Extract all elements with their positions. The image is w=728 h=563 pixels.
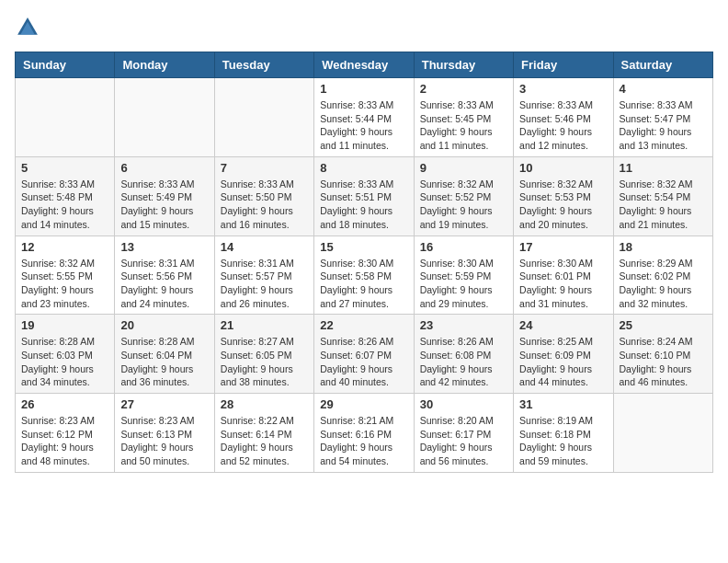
calendar-cell: 16Sunrise: 8:30 AM Sunset: 5:59 PM Dayli… (414, 236, 513, 315)
calendar-cell: 20Sunrise: 8:28 AM Sunset: 6:04 PM Dayli… (115, 315, 214, 394)
cell-sun-info: Sunrise: 8:33 AM Sunset: 5:49 PM Dayligh… (120, 178, 208, 232)
day-number: 29 (320, 397, 407, 411)
calendar-cell: 29Sunrise: 8:21 AM Sunset: 6:16 PM Dayli… (314, 394, 414, 473)
calendar-cell: 24Sunrise: 8:25 AM Sunset: 6:09 PM Dayli… (514, 315, 613, 394)
day-number: 23 (420, 318, 507, 332)
calendar-cell: 26Sunrise: 8:23 AM Sunset: 6:12 PM Dayli… (16, 394, 115, 473)
days-header-row: SundayMondayTuesdayWednesdayThursdayFrid… (16, 52, 713, 78)
logo-icon (15, 15, 40, 40)
calendar-cell: 28Sunrise: 8:22 AM Sunset: 6:14 PM Dayli… (214, 394, 313, 473)
cell-sun-info: Sunrise: 8:33 AM Sunset: 5:46 PM Dayligh… (519, 98, 607, 153)
day-number: 3 (519, 82, 607, 96)
day-number: 24 (519, 318, 607, 332)
calendar-cell (214, 78, 313, 157)
calendar-cell: 22Sunrise: 8:26 AM Sunset: 6:07 PM Dayli… (314, 315, 414, 394)
cell-sun-info: Sunrise: 8:23 AM Sunset: 6:13 PM Dayligh… (120, 414, 208, 468)
calendar-cell: 4Sunrise: 8:33 AM Sunset: 5:47 PM Daylig… (613, 78, 712, 157)
calendar-cell: 13Sunrise: 8:31 AM Sunset: 5:56 PM Dayli… (115, 236, 214, 315)
calendar-cell: 7Sunrise: 8:33 AM Sunset: 5:50 PM Daylig… (214, 156, 313, 236)
day-number: 16 (420, 240, 507, 254)
cell-sun-info: Sunrise: 8:26 AM Sunset: 6:08 PM Dayligh… (420, 335, 507, 389)
calendar-cell: 10Sunrise: 8:32 AM Sunset: 5:53 PM Dayli… (514, 156, 613, 236)
day-number: 20 (120, 318, 208, 332)
day-number: 28 (221, 397, 308, 411)
day-header-thursday: Thursday (414, 52, 513, 78)
calendar-cell: 17Sunrise: 8:30 AM Sunset: 6:01 PM Dayli… (514, 236, 613, 315)
day-number: 9 (420, 161, 507, 175)
cell-sun-info: Sunrise: 8:20 AM Sunset: 6:17 PM Dayligh… (420, 414, 507, 468)
cell-sun-info: Sunrise: 8:31 AM Sunset: 5:56 PM Dayligh… (120, 257, 208, 311)
day-number: 26 (21, 397, 108, 411)
cell-sun-info: Sunrise: 8:30 AM Sunset: 5:59 PM Dayligh… (420, 257, 507, 311)
day-header-wednesday: Wednesday (314, 52, 414, 78)
cell-sun-info: Sunrise: 8:33 AM Sunset: 5:44 PM Dayligh… (320, 98, 407, 153)
cell-sun-info: Sunrise: 8:19 AM Sunset: 6:18 PM Dayligh… (519, 414, 607, 468)
calendar-cell: 15Sunrise: 8:30 AM Sunset: 5:58 PM Dayli… (314, 236, 414, 315)
cell-sun-info: Sunrise: 8:29 AM Sunset: 6:02 PM Dayligh… (620, 257, 707, 311)
calendar-cell: 2Sunrise: 8:33 AM Sunset: 5:45 PM Daylig… (414, 78, 513, 157)
calendar-cell: 12Sunrise: 8:32 AM Sunset: 5:55 PM Dayli… (16, 236, 115, 315)
day-number: 21 (221, 318, 308, 332)
day-number: 12 (21, 240, 108, 254)
calendar-cell: 31Sunrise: 8:19 AM Sunset: 6:18 PM Dayli… (514, 394, 613, 473)
day-number: 18 (620, 240, 707, 254)
cell-sun-info: Sunrise: 8:28 AM Sunset: 6:03 PM Dayligh… (21, 335, 108, 389)
calendar-cell: 1Sunrise: 8:33 AM Sunset: 5:44 PM Daylig… (314, 78, 414, 157)
day-number: 7 (221, 161, 308, 175)
day-number: 17 (519, 240, 607, 254)
day-header-friday: Friday (514, 52, 613, 78)
day-number: 30 (420, 397, 507, 411)
day-number: 31 (519, 397, 607, 411)
day-number: 5 (21, 161, 108, 175)
day-number: 11 (620, 161, 707, 175)
day-number: 8 (320, 161, 407, 175)
calendar-cell: 8Sunrise: 8:33 AM Sunset: 5:51 PM Daylig… (314, 156, 414, 236)
day-header-saturday: Saturday (613, 52, 712, 78)
cell-sun-info: Sunrise: 8:33 AM Sunset: 5:47 PM Dayligh… (620, 98, 707, 153)
calendar-cell: 18Sunrise: 8:29 AM Sunset: 6:02 PM Dayli… (613, 236, 712, 315)
day-number: 19 (21, 318, 108, 332)
cell-sun-info: Sunrise: 8:27 AM Sunset: 6:05 PM Dayligh… (221, 335, 308, 389)
calendar-cell: 21Sunrise: 8:27 AM Sunset: 6:05 PM Dayli… (214, 315, 313, 394)
day-header-sunday: Sunday (16, 52, 115, 78)
cell-sun-info: Sunrise: 8:24 AM Sunset: 6:10 PM Dayligh… (620, 335, 707, 389)
page-header (15, 15, 713, 40)
week-row-2: 5Sunrise: 8:33 AM Sunset: 5:48 PM Daylig… (16, 156, 713, 236)
calendar-cell: 23Sunrise: 8:26 AM Sunset: 6:08 PM Dayli… (414, 315, 513, 394)
day-number: 15 (320, 240, 407, 254)
day-number: 2 (420, 82, 507, 96)
day-number: 6 (120, 161, 208, 175)
week-row-4: 19Sunrise: 8:28 AM Sunset: 6:03 PM Dayli… (16, 315, 713, 394)
day-number: 4 (620, 82, 707, 96)
calendar-cell (613, 394, 712, 473)
day-header-tuesday: Tuesday (214, 52, 313, 78)
week-row-5: 26Sunrise: 8:23 AM Sunset: 6:12 PM Dayli… (16, 394, 713, 473)
calendar-cell: 6Sunrise: 8:33 AM Sunset: 5:49 PM Daylig… (115, 156, 214, 236)
cell-sun-info: Sunrise: 8:33 AM Sunset: 5:50 PM Dayligh… (221, 178, 308, 232)
cell-sun-info: Sunrise: 8:22 AM Sunset: 6:14 PM Dayligh… (221, 414, 308, 468)
calendar-cell: 30Sunrise: 8:20 AM Sunset: 6:17 PM Dayli… (414, 394, 513, 473)
calendar-table: SundayMondayTuesdayWednesdayThursdayFrid… (15, 52, 713, 473)
logo (15, 15, 44, 40)
calendar-cell (115, 78, 214, 157)
cell-sun-info: Sunrise: 8:30 AM Sunset: 5:58 PM Dayligh… (320, 257, 407, 311)
cell-sun-info: Sunrise: 8:32 AM Sunset: 5:55 PM Dayligh… (21, 257, 108, 311)
cell-sun-info: Sunrise: 8:32 AM Sunset: 5:53 PM Dayligh… (519, 178, 607, 232)
cell-sun-info: Sunrise: 8:32 AM Sunset: 5:54 PM Dayligh… (620, 178, 707, 232)
week-row-3: 12Sunrise: 8:32 AM Sunset: 5:55 PM Dayli… (16, 236, 713, 315)
cell-sun-info: Sunrise: 8:23 AM Sunset: 6:12 PM Dayligh… (21, 414, 108, 468)
day-number: 22 (320, 318, 407, 332)
week-row-1: 1Sunrise: 8:33 AM Sunset: 5:44 PM Daylig… (16, 78, 713, 157)
cell-sun-info: Sunrise: 8:30 AM Sunset: 6:01 PM Dayligh… (519, 257, 607, 311)
calendar-cell (16, 78, 115, 157)
cell-sun-info: Sunrise: 8:26 AM Sunset: 6:07 PM Dayligh… (320, 335, 407, 389)
cell-sun-info: Sunrise: 8:28 AM Sunset: 6:04 PM Dayligh… (120, 335, 208, 389)
day-header-monday: Monday (115, 52, 214, 78)
calendar-cell: 19Sunrise: 8:28 AM Sunset: 6:03 PM Dayli… (16, 315, 115, 394)
cell-sun-info: Sunrise: 8:33 AM Sunset: 5:51 PM Dayligh… (320, 178, 407, 232)
day-number: 14 (221, 240, 308, 254)
cell-sun-info: Sunrise: 8:33 AM Sunset: 5:45 PM Dayligh… (420, 98, 507, 153)
calendar-cell: 14Sunrise: 8:31 AM Sunset: 5:57 PM Dayli… (214, 236, 313, 315)
day-number: 27 (120, 397, 208, 411)
cell-sun-info: Sunrise: 8:25 AM Sunset: 6:09 PM Dayligh… (519, 335, 607, 389)
